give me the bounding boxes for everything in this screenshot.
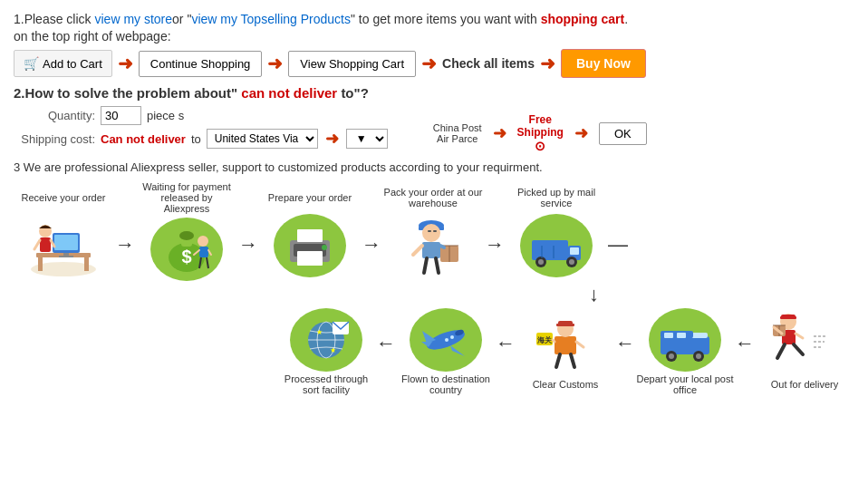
svg-rect-31 — [428, 230, 431, 232]
svg-point-72 — [696, 354, 701, 359]
flow-label-prepare: Prepare your order — [268, 185, 352, 210]
or-text: or — [172, 12, 187, 26]
shipping-row: Shipping cost: Can not deliver to United… — [14, 129, 388, 149]
cannot-deliver-text: Can not deliver — [101, 132, 186, 146]
flow-arrow-2: → — [238, 233, 258, 257]
svg-rect-2 — [38, 257, 43, 271]
section2: 2.How to solve the problem about" can no… — [14, 85, 854, 153]
flow-icon-pack — [397, 214, 469, 277]
svg-line-20 — [208, 250, 211, 255]
svg-rect-3 — [84, 257, 89, 271]
svg-rect-5 — [54, 235, 78, 250]
printer-svg — [283, 220, 337, 271]
view-shopping-cart-button[interactable]: View Shopping Cart — [288, 51, 416, 77]
arrow2: ➜ — [267, 53, 283, 74]
flow-icon-prepare — [274, 214, 346, 277]
svg-rect-32 — [433, 230, 437, 232]
flow-row-bottom: Out for delivery ← — [14, 308, 854, 401]
quantity-row: Quantity: piece s — [14, 106, 388, 125]
airplane-svg — [418, 315, 474, 365]
flow-item-sort: ★ ★ Processed through sort facility — [276, 308, 376, 401]
cart-flow: 🛒 Add to Cart ➜ Continue Shopping ➜ View… — [14, 49, 854, 78]
flow-label-customs: Clear Customs — [533, 372, 599, 397]
svg-point-30 — [422, 224, 440, 242]
svg-rect-26 — [297, 251, 323, 266]
quantity-input[interactable] — [101, 106, 141, 125]
step1-prefix: 1.Please click — [14, 12, 94, 26]
svg-rect-67 — [664, 333, 673, 338]
flow-icon-sort: ★ ★ — [290, 308, 362, 372]
top-right-label: on the top right of webpage: — [14, 29, 854, 44]
svg-line-79 — [553, 340, 555, 342]
flow-arrow-b4: ← — [376, 332, 396, 355]
svg-line-39 — [424, 258, 427, 273]
svg-line-59 — [777, 344, 785, 358]
svg-rect-43 — [570, 247, 579, 255]
flow-icon-delivery — [768, 308, 841, 372]
flow-item-payment: Waiting for payment released by Aliexpre… — [137, 181, 236, 281]
flow-label-fly: Flown to destination country — [396, 372, 496, 397]
svg-line-80 — [576, 342, 583, 347]
flow-diagram: Receive your order — [14, 181, 854, 401]
svg-rect-76 — [556, 324, 574, 326]
cart-icon: 🛒 — [24, 56, 39, 71]
svg-rect-41 — [532, 240, 568, 260]
flow-item-fly: Flown to destination country — [396, 308, 496, 401]
buy-now-button[interactable]: Buy Now — [561, 49, 646, 78]
flow-label-sort: Processed through sort facility — [276, 372, 376, 397]
shopping-cart-link[interactable]: shopping cart — [541, 12, 625, 26]
flow-icon-customs: 海关 — [529, 308, 602, 372]
svg-point-47 — [569, 259, 574, 265]
check-all-items-label: Check all items — [442, 56, 535, 71]
shipping-label2: Shipping — [517, 126, 564, 139]
flow-item-depart: Depart your local post office — [635, 308, 735, 401]
worker-svg — [397, 215, 469, 276]
step2-heading: 2.How to solve the problem about" can no… — [14, 85, 854, 101]
globe-svg: ★ ★ — [298, 315, 354, 365]
continue-shopping-button[interactable]: Continue Shopping — [139, 51, 263, 77]
customs-svg: 海关 — [529, 309, 602, 371]
free-label: Free — [517, 113, 564, 126]
add-to-cart-button[interactable]: 🛒 Add to Cart — [14, 50, 112, 77]
free-shipping-label: Free Shipping ⊙ — [517, 113, 564, 153]
to-word: to — [341, 85, 353, 101]
step2-prefix: 2.How to solve the problem about — [14, 85, 231, 101]
van-svg — [657, 315, 713, 365]
step1-text: 1.Please click view my storeor "view my … — [14, 9, 854, 29]
step3-text: 3 We are professional Aliexpress seller,… — [14, 160, 854, 174]
ok-button[interactable]: OK — [599, 122, 647, 145]
flow-dash: — — [608, 233, 628, 257]
flow-icon-payment: $ — [150, 218, 223, 281]
cannot-deliver-link[interactable]: can not deliver — [241, 85, 337, 101]
svg-rect-33 — [422, 242, 440, 258]
flow-icon-receive — [27, 214, 100, 277]
view-store-link[interactable]: view my store — [94, 12, 172, 26]
svg-point-17 — [198, 236, 208, 247]
flow-label-payment: Waiting for payment released by Aliexpre… — [137, 181, 236, 214]
flow-arrow-down: ↓ — [589, 285, 854, 305]
method-select[interactable]: ▼ — [346, 129, 388, 149]
add-to-cart-label: Add to Cart — [43, 57, 102, 71]
topselling-link[interactable]: view my Topselling Products — [191, 12, 351, 26]
money-bag-svg: $ — [159, 223, 214, 276]
arrow4: ➜ — [540, 53, 555, 74]
svg-line-37 — [413, 246, 422, 255]
step1-suffix: to get more items you want with — [355, 12, 541, 26]
svg-text:海关: 海关 — [537, 335, 553, 344]
flow-arrow-b3: ← — [496, 332, 516, 355]
flow-item-customs: 海关 Clear Customs — [516, 308, 615, 401]
flow-icon-fly — [410, 308, 482, 372]
receive-icon-svg — [27, 215, 100, 276]
china-post-label: China Post Air Parce — [433, 122, 482, 144]
quote-close: "? — [354, 85, 369, 101]
svg-rect-68 — [677, 333, 686, 338]
country-via-select[interactable]: United States Via — [207, 129, 318, 149]
flow-arrow-b2: ← — [615, 332, 635, 355]
to-text: to — [191, 132, 201, 146]
flow-item-delivery: Out for delivery — [755, 308, 854, 401]
money-bag-circle: $ — [150, 218, 223, 281]
china-post-line2: Air Parce — [433, 133, 482, 144]
flow-label-pack: Pack your order at our warehouse — [383, 185, 483, 210]
flow-icon-pickup — [520, 214, 593, 277]
svg-point-89 — [445, 338, 448, 342]
